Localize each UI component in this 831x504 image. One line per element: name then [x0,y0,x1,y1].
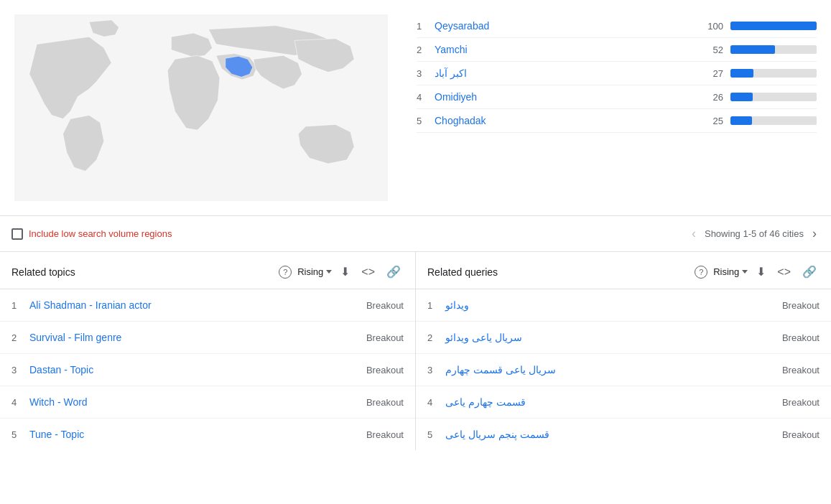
item-label[interactable]: Tune - Topic [29,429,366,440]
rank-score: 27 [695,68,723,79]
rank-number: 3 [417,68,435,79]
bottom-section: Related topics ? Rising ⬇ <> 🔗 1 Ali Sha… [0,252,831,450]
item-label[interactable]: قسمت پنجم سریال یاعی [445,429,782,440]
related-topic-item: 1 Ali Shadman - Iranian actor Breakout [0,289,415,322]
ranking-row: 5 Choghadak 25 [417,109,817,133]
item-label[interactable]: Dastan - Topic [29,364,366,375]
rank-score: 52 [695,45,723,55]
rankings-container: 1 Qeysarabad 100 2 Yamchi 52 3 اکبر آباد… [402,7,831,208]
item-label[interactable]: سریال یاعی ویدائو [445,332,782,343]
rank-bar-container [730,93,817,101]
item-badge: Breakout [366,397,404,408]
top-section: 1 Qeysarabad 100 2 Yamchi 52 3 اکبر آباد… [0,0,831,216]
related-queries-filter-label: Rising [713,266,739,277]
item-label[interactable]: Witch - Word [29,396,366,408]
rank-number: 4 [417,92,435,103]
item-label[interactable]: قسمت چهارم یاعی [445,396,782,408]
related-query-item: 2 سریال یاعی ویدائو Breakout [416,322,831,354]
related-topics-chevron-icon [326,270,332,274]
related-queries-panel: Related queries ? Rising ⬇ <> 🔗 1 ویدائو… [416,252,831,450]
rank-label[interactable]: Choghadak [435,115,695,126]
related-topics-download-icon[interactable]: ⬇ [338,263,353,280]
related-topic-item: 3 Dastan - Topic Breakout [0,354,415,386]
showing-text: ‹ Showing 1-5 of 46 cities › [689,225,820,243]
prev-arrow[interactable]: ‹ [689,225,699,243]
ranking-row: 1 Qeysarabad 100 [417,14,817,38]
item-label[interactable]: Survival - Film genre [29,332,366,343]
related-topics-code-icon[interactable]: <> [358,264,378,280]
item-label[interactable]: Ali Shadman - Iranian actor [29,299,366,311]
related-query-item: 1 ویدائو Breakout [416,289,831,322]
item-badge: Breakout [366,365,404,375]
related-query-item: 3 سریال یاعی قسمت چهارم Breakout [416,354,831,386]
related-topics-list: 1 Ali Shadman - Iranian actor Breakout 2… [0,289,415,450]
include-checkbox[interactable] [11,228,23,240]
ranking-list: 1 Qeysarabad 100 2 Yamchi 52 3 اکبر آباد… [417,14,817,133]
rank-label[interactable]: Qeysarabad [435,20,695,32]
item-rank: 2 [427,332,445,343]
related-queries-download-icon[interactable]: ⬇ [753,263,769,280]
item-badge: Breakout [366,332,404,343]
related-queries-list: 1 ویدائو Breakout 2 سریال یاعی ویدائو Br… [416,289,831,450]
related-queries-title: Related queries [427,266,689,278]
item-label[interactable]: ویدائو [445,299,782,311]
related-queries-chevron-icon [742,270,748,274]
item-badge: Breakout [782,332,820,343]
related-queries-share-icon[interactable]: 🔗 [799,263,820,280]
item-rank: 5 [11,429,29,440]
rank-label[interactable]: Omidiyeh [435,91,695,103]
showing-label: Showing 1-5 of 46 cities [705,228,804,239]
ranking-row: 3 اکبر آباد 27 [417,62,817,85]
rank-bar-container [730,116,817,125]
rank-score: 26 [695,92,723,103]
rank-bar-fill [730,45,775,54]
ranking-row: 2 Yamchi 52 [417,38,817,62]
item-badge: Breakout [782,397,820,408]
item-label[interactable]: سریال یاعی قسمت چهارم [445,364,782,375]
include-row: Include low search volume regions ‹ Show… [0,216,831,252]
related-topics-share-icon[interactable]: 🔗 [384,263,404,280]
map-container [0,7,402,208]
item-badge: Breakout [782,429,820,440]
related-topics-title: Related topics [11,266,273,278]
rank-bar-fill [730,116,752,125]
related-queries-header: Related queries ? Rising ⬇ <> 🔗 [416,252,831,289]
rank-bar-fill [730,22,817,30]
item-rank: 4 [427,397,445,408]
rank-bar-container [730,22,817,30]
rank-label[interactable]: اکبر آباد [435,67,695,79]
item-rank: 1 [427,300,445,311]
related-topic-item: 4 Witch - Word Breakout [0,386,415,419]
rank-bar-container [730,69,817,78]
related-topics-filter-label: Rising [297,266,323,277]
related-topics-header: Related topics ? Rising ⬇ <> 🔗 [0,252,415,289]
related-queries-code-icon[interactable]: <> [774,264,794,280]
rank-bar-fill [730,93,753,101]
rank-label[interactable]: Yamchi [435,44,695,55]
related-query-item: 5 قسمت پنجم سریال یاعی Breakout [416,419,831,450]
item-badge: Breakout [782,300,820,311]
item-rank: 3 [427,365,445,375]
related-queries-filter[interactable]: Rising [713,266,748,277]
related-topics-help-icon[interactable]: ? [279,266,292,279]
rank-bar-fill [730,69,753,78]
rank-number: 1 [417,21,435,32]
item-badge: Breakout [782,365,820,375]
next-arrow[interactable]: › [809,225,820,243]
item-rank: 5 [427,429,445,440]
related-query-item: 4 قسمت چهارم یاعی Breakout [416,386,831,419]
related-topics-filter[interactable]: Rising [297,266,332,277]
rank-score: 100 [695,21,723,32]
rank-number: 2 [417,45,435,55]
item-badge: Breakout [366,300,404,311]
item-badge: Breakout [366,429,404,440]
ranking-row: 4 Omidiyeh 26 [417,85,817,109]
rank-bar-container [730,45,817,54]
rank-score: 25 [695,116,723,126]
related-topic-item: 5 Tune - Topic Breakout [0,419,415,450]
related-queries-help-icon[interactable]: ? [695,266,707,279]
item-rank: 2 [11,332,29,343]
related-topic-item: 2 Survival - Film genre Breakout [0,322,415,354]
item-rank: 4 [11,397,29,408]
item-rank: 3 [11,365,29,375]
